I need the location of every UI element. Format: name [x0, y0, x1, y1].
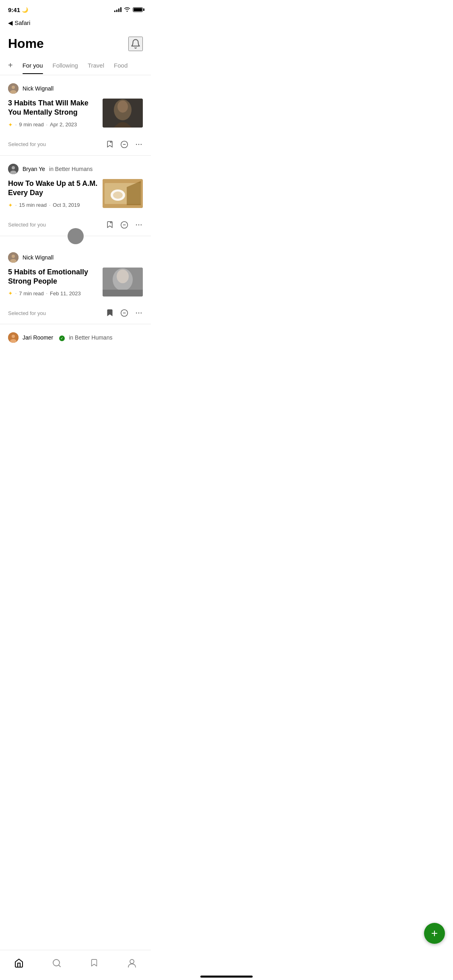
author-name[interactable]: Nick Wignall — [23, 85, 54, 92]
safari-back-button[interactable]: ◀ Safari — [0, 18, 151, 30]
svg-point-26 — [141, 224, 142, 225]
article-list: Nick Wignall 3 Habits That Will Make You… — [0, 75, 151, 380]
svg-point-36 — [136, 313, 137, 314]
author-name[interactable]: Jari Roomer — [23, 334, 53, 341]
curated-icon: ✦ — [8, 202, 13, 208]
author-row: Nick Wignall — [8, 83, 143, 94]
svg-point-10 — [136, 144, 137, 145]
less-button[interactable] — [120, 221, 128, 229]
svg-rect-33 — [103, 290, 143, 296]
page-header: Home — [0, 30, 151, 56]
svg-point-14 — [12, 166, 15, 169]
svg-point-11 — [138, 144, 140, 145]
svg-point-19 — [113, 191, 123, 199]
svg-point-37 — [138, 313, 140, 314]
svg-point-1 — [12, 86, 15, 89]
article-thumbnail[interactable] — [103, 268, 143, 296]
author-row: Nick Wignall — [8, 252, 143, 263]
curated-icon: ✦ — [8, 121, 13, 128]
selected-label: Selected for you — [8, 310, 46, 316]
svg-point-25 — [138, 224, 140, 225]
article-thumbnail[interactable] — [103, 99, 143, 128]
svg-point-12 — [141, 144, 142, 145]
read-time: 15 min read — [19, 202, 47, 208]
action-buttons — [106, 140, 143, 149]
status-bar: 9:41 🌙 — [0, 0, 151, 18]
read-time: 9 min read — [19, 121, 43, 128]
publication-label: in Better Humans — [69, 334, 112, 341]
author-name[interactable]: Bryan Ye — [23, 166, 45, 172]
selected-label: Selected for you — [8, 141, 46, 147]
article-actions: Selected for you — [8, 136, 143, 155]
article-card: Jari Roomer ✓ in Better Humans — [0, 324, 151, 343]
less-button[interactable] — [120, 309, 128, 317]
status-time: 9:41 🌙 — [8, 6, 28, 13]
battery-icon — [133, 7, 143, 12]
scroll-indicator — [68, 228, 84, 244]
article-content: How To Wake Up at 5 A.M. Every Day ✦ · 1… — [8, 179, 143, 212]
avatar — [8, 332, 19, 343]
save-button[interactable] — [106, 140, 114, 149]
tab-food[interactable]: Food — [114, 57, 128, 74]
article-meta: ✦ · 9 min read · Apr 2, 2023 — [8, 121, 98, 128]
wifi-icon — [124, 7, 130, 13]
moon-icon: 🌙 — [22, 7, 28, 13]
verified-badge: ✓ — [59, 336, 65, 341]
save-button[interactable] — [106, 309, 114, 317]
svg-point-28 — [12, 255, 15, 258]
tab-bar: + For you Following Travel Food — [0, 56, 151, 75]
signal-icon — [114, 7, 121, 12]
svg-point-5 — [117, 101, 128, 113]
time-display: 9:41 — [8, 6, 20, 13]
page-title: Home — [8, 36, 44, 51]
add-topic-button[interactable]: + — [8, 56, 13, 75]
author-row: Bryan Ye in Better Humans — [8, 164, 143, 174]
more-options-button[interactable] — [135, 140, 143, 148]
article-card: Nick Wignall 5 Habits of Emotionally Str… — [0, 244, 151, 325]
author-name[interactable]: Nick Wignall — [23, 254, 54, 261]
curated-icon: ✦ — [8, 290, 13, 296]
article-date: Apr 2, 2023 — [50, 121, 77, 128]
avatar — [8, 164, 19, 174]
tab-travel[interactable]: Travel — [88, 57, 104, 74]
selected-label: Selected for you — [8, 222, 46, 228]
tab-for-you[interactable]: For you — [23, 57, 43, 74]
article-card: Bryan Ye in Better Humans How To Wake Up… — [0, 156, 151, 236]
article-title[interactable]: How To Wake Up at 5 A.M. Every Day — [8, 179, 98, 198]
article-date: Feb 11, 2023 — [50, 290, 81, 296]
article-content: 3 Habits That Will Make You Mentally Str… — [8, 99, 143, 131]
avatar — [8, 83, 19, 94]
avatar — [8, 252, 19, 263]
article-meta: ✦ · 15 min read · Oct 3, 2019 — [8, 202, 98, 208]
svg-point-24 — [136, 224, 137, 225]
more-options-button[interactable] — [135, 309, 143, 317]
author-row: Jari Roomer ✓ in Better Humans — [8, 332, 143, 343]
article-title[interactable]: 3 Habits That Will Make You Mentally Str… — [8, 99, 98, 117]
publication-label: in Better Humans — [49, 166, 93, 172]
article-title[interactable]: 5 Habits of Emotionally Strong People — [8, 268, 98, 286]
read-time: 7 min read — [19, 290, 43, 296]
article-meta: ✦ · 7 min read · Feb 11, 2023 — [8, 290, 98, 296]
less-button[interactable] — [120, 140, 128, 148]
article-actions: Selected for you — [8, 305, 143, 324]
tab-following[interactable]: Following — [53, 57, 78, 74]
svg-point-32 — [117, 270, 129, 283]
article-date: Oct 3, 2019 — [53, 202, 80, 208]
article-thumbnail[interactable] — [103, 179, 143, 208]
article-card: Nick Wignall 3 Habits That Will Make You… — [0, 75, 151, 156]
svg-point-38 — [141, 313, 142, 314]
notifications-button[interactable] — [128, 37, 143, 51]
article-content: 5 Habits of Emotionally Strong People ✦ … — [8, 268, 143, 300]
action-buttons — [106, 309, 143, 317]
more-options-button[interactable] — [135, 221, 143, 229]
svg-point-40 — [12, 335, 15, 338]
status-icons — [114, 7, 143, 13]
